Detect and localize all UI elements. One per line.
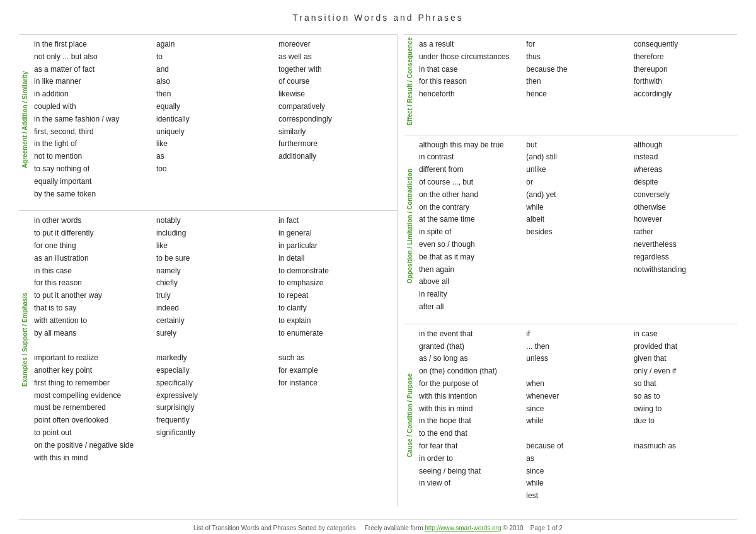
list-item	[526, 365, 626, 378]
list-item: in order to	[419, 453, 518, 465]
list-item: to explain	[278, 315, 393, 327]
list-item: at the same time	[419, 213, 518, 226]
list-item: frequently	[156, 414, 271, 427]
list-item: like	[156, 138, 271, 151]
list-item: only / even if	[634, 365, 733, 378]
list-item: although	[634, 139, 733, 152]
list-item: therefore	[634, 51, 733, 64]
list-item: to say nothing of	[34, 163, 149, 176]
list-item: instead	[634, 151, 733, 164]
list-item: accordingly	[634, 88, 733, 101]
list-item: in fact	[278, 215, 393, 227]
left-section: Agreement / Addition / Similarity in the…	[19, 34, 397, 506]
list-item: thereupon	[634, 64, 733, 76]
list-item: notwithstanding	[634, 264, 733, 276]
list-item: however	[634, 213, 733, 226]
list-item	[526, 428, 626, 440]
list-item: when	[526, 378, 626, 390]
category-effect: Effect / Result / Consequence as a resul…	[404, 34, 737, 128]
main-layout: Agreement / Addition / Similarity in the…	[19, 34, 737, 506]
list-item: to enumerate	[278, 327, 393, 340]
list-item: as	[156, 151, 271, 163]
list-item: in reality	[419, 288, 518, 301]
list-item: because of	[526, 440, 626, 453]
list-item: whenever	[526, 390, 626, 403]
list-item: seeing / being that	[419, 465, 518, 478]
list-item: to put it differently	[34, 227, 149, 240]
list-item: with this in mind	[34, 452, 149, 465]
list-item: after all	[419, 301, 518, 314]
list-item: correspondingly	[278, 113, 393, 126]
cause-col-3: in case provided that given that only / …	[630, 328, 737, 503]
list-item: given that	[634, 353, 733, 365]
list-item: surely	[156, 327, 271, 340]
list-item: unless	[526, 353, 626, 365]
list-item: surprisingly	[156, 402, 271, 414]
list-item: with this in mind	[419, 403, 518, 416]
list-item: under those circumstances	[419, 51, 518, 64]
list-item: markedly	[156, 352, 271, 365]
list-item: to the end that	[419, 428, 518, 440]
examples-col-2: notably including like to be sure namely…	[152, 215, 275, 464]
examples-col-1: in other words to put it differently for…	[30, 215, 152, 464]
list-item: to demonstrate	[278, 265, 393, 278]
list-item: to	[156, 51, 271, 64]
list-item: in spite of	[419, 226, 518, 239]
list-item: regardless	[634, 251, 733, 264]
effect-col-2: for thus because the then hence	[522, 38, 629, 125]
list-item: again	[156, 38, 271, 51]
list-item: moreover	[278, 38, 393, 51]
list-item: of course ..., but	[419, 176, 518, 189]
list-item: be that as it may	[419, 251, 518, 264]
list-item: to clarify	[278, 302, 393, 315]
list-item: nevertheless	[634, 239, 733, 251]
list-item: must be remembered	[34, 402, 149, 414]
category-label-effect: Effect / Result / Consequence	[406, 37, 413, 126]
examples-words-grid: in other words to put it differently for…	[30, 211, 397, 468]
list-item: so that	[634, 378, 733, 390]
opposition-col-2: but (and) still unlike or (and) yet whil…	[522, 139, 629, 314]
list-item: while	[526, 477, 626, 490]
list-item: on (the) condition (that)	[419, 365, 518, 378]
list-item: specifically	[156, 377, 271, 390]
page-title: Transition Words and Phrases	[19, 13, 737, 23]
list-item: inasmuch as	[634, 440, 733, 453]
list-item: lest	[526, 490, 626, 503]
category-label-examples: Examples / Support / Emphasis	[21, 293, 28, 387]
list-item: different from	[419, 164, 518, 176]
list-item: equally important	[34, 176, 149, 188]
footer-link[interactable]: http://www.smart-words.org	[425, 525, 501, 531]
category-label-cause: Cause / Condition / Purpose	[406, 373, 413, 457]
list-item: like	[156, 240, 271, 253]
list-item: in the first place	[34, 38, 149, 51]
list-item: in case	[634, 328, 733, 341]
list-item: namely	[156, 265, 271, 278]
list-item: by all means	[34, 327, 149, 340]
agreement-col-2: again to and also then equally identical…	[152, 38, 275, 200]
list-item: chiefly	[156, 277, 271, 290]
list-item: another key point	[34, 365, 149, 377]
list-item: forthwith	[634, 76, 733, 88]
list-item: also	[156, 76, 271, 88]
list-item: important to realize	[34, 352, 149, 365]
list-item: to put it another way	[34, 290, 149, 302]
list-item	[156, 339, 271, 352]
list-item: thus	[526, 51, 626, 64]
list-item: granted (that)	[419, 341, 518, 353]
opposition-col-1: although this may be true in contrast di…	[415, 139, 522, 314]
list-item: furthermore	[278, 138, 393, 151]
list-item: despite	[634, 176, 733, 189]
list-item: first, second, third	[34, 126, 149, 139]
list-item: as	[526, 453, 626, 465]
list-item: and	[156, 64, 271, 76]
list-item: but	[526, 139, 626, 152]
list-item: if	[526, 328, 626, 341]
list-item: too	[156, 163, 271, 176]
footer: List of Transition Words and Phrases Sor…	[19, 519, 737, 531]
list-item: because the	[526, 64, 626, 76]
list-item: in the hope that	[419, 415, 518, 428]
effect-words-grid: as a result under those circumstances in…	[415, 35, 737, 128]
list-item: uniquely	[156, 126, 271, 139]
opposition-col-3: although instead whereas despite convers…	[630, 139, 737, 314]
list-item: point often overlooked	[34, 414, 149, 427]
